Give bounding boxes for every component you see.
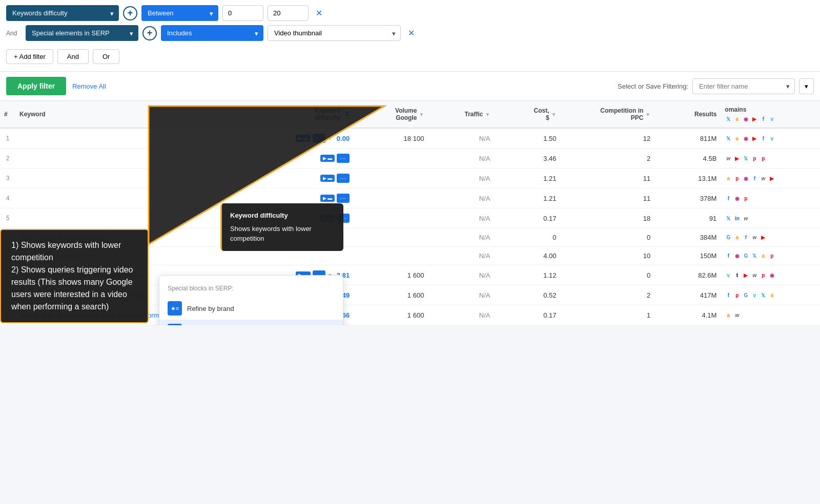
or-button[interactable]: Or	[93, 49, 119, 64]
cell-cpc: 11	[561, 169, 655, 188]
cpc-sort-icon[interactable]: ▼	[645, 112, 650, 117]
plus-button-1[interactable]: +	[123, 6, 137, 20]
th-keyword: Keyword	[15, 101, 254, 128]
cell-cpc: 11	[561, 188, 655, 208]
social-icon-v: v	[751, 291, 758, 299]
social-icon-w: w	[725, 155, 732, 162]
apply-filter-button[interactable]: Apply filter	[6, 77, 66, 95]
social-icon-fb: f	[742, 234, 749, 241]
cell-cpc: 12	[561, 128, 655, 149]
cell-keyword	[15, 188, 254, 208]
cell-results: 378M	[654, 188, 721, 208]
cell-keyword	[15, 208, 254, 228]
table-row: 8 how to write an equation in standard f…	[0, 265, 820, 285]
table-header: # Keyword Keyworddifficulty ⇅	[0, 101, 820, 128]
cell-kd	[254, 247, 354, 265]
cell-social: 𝕏a◉▶fv	[721, 128, 820, 149]
badge-group: ▶ ▬ ···	[296, 134, 325, 143]
keyword-link[interactable]: how to write an abstract apa	[19, 234, 103, 241]
social-icon-w: w	[751, 234, 758, 241]
and-button[interactable]: And	[57, 49, 89, 64]
social-icon-am: a	[725, 175, 732, 182]
remove-all-button[interactable]: Remove All	[72, 82, 106, 90]
filter-select-1[interactable]: Keywords difficulty	[6, 5, 119, 21]
cell-social: aw	[721, 305, 820, 325]
keyword-link[interactable]: how to write an equation in standard for…	[19, 271, 141, 279]
cell-kd	[254, 228, 354, 247]
cell-traffic: N/A	[428, 265, 494, 285]
keyword-link[interactable]: how to write coding	[19, 252, 76, 260]
kd-sort-icon[interactable]: ⇅	[344, 111, 350, 118]
social-icon-w: w	[760, 175, 767, 182]
cell-num: 7	[0, 247, 15, 265]
cell-results: 4.1M	[654, 305, 721, 325]
dots-badge[interactable]: ···	[337, 194, 350, 203]
operator-select-2[interactable]: Includes	[161, 25, 263, 41]
keyword-link[interactable]: how to write an equation in slope interc…	[19, 311, 159, 319]
cell-traffic: N/A	[428, 228, 494, 247]
badge-group: ▶ ▬ ···	[296, 310, 325, 320]
dots-badge[interactable]: ···	[313, 290, 325, 300]
and-label: And	[6, 30, 22, 37]
cell-volume	[354, 188, 428, 208]
table-row: 4 ▶ ▬ ··· N/A 1.21 11 378M f◉p	[0, 188, 820, 208]
th-num: #	[0, 101, 15, 128]
dots-badge[interactable]: ···	[313, 134, 325, 143]
th-results: Results	[654, 101, 721, 128]
save-filter-input[interactable]	[692, 78, 795, 94]
close-filter-1-button[interactable]: ✕	[313, 7, 325, 19]
kd-value: 7.49	[337, 291, 350, 299]
social-icon-ig: ◉	[768, 271, 775, 279]
filter-select-2[interactable]: Special elements in SERP	[26, 25, 138, 41]
dots-badge[interactable]: ···	[337, 214, 350, 223]
keyword-link[interactable]: how to write a cover letter for an inter…	[19, 291, 145, 299]
cell-num: 2	[0, 149, 15, 169]
volume-sort-icon[interactable]: ▼	[419, 112, 424, 117]
social-icon-w: w	[751, 271, 758, 279]
cell-traffic: N/A	[428, 285, 494, 305]
social-icons: f◉G𝕏ap	[725, 253, 816, 260]
social-icon-am: a	[760, 253, 767, 260]
social-icons: fpGv𝕏a	[725, 291, 816, 299]
save-filter-input-wrapper	[692, 78, 795, 94]
social-icon-fb: f	[751, 175, 758, 182]
social-icon-fb: f	[725, 195, 732, 202]
range-from-input[interactable]	[222, 5, 263, 21]
filter-row-2: And Special elements in SERP + Includes …	[6, 25, 814, 41]
cell-traffic: N/A	[428, 305, 494, 325]
cell-traffic: N/A	[428, 169, 494, 188]
traffic-sort-icon[interactable]: ▼	[485, 112, 490, 117]
keywords-table: # Keyword Keyworddifficulty ⇅	[0, 101, 820, 325]
cell-social: 𝕏inw	[721, 208, 820, 228]
cell-cost: 1.50	[494, 128, 560, 149]
cell-keyword: how to write an equation in slope interc…	[15, 305, 254, 325]
value-select[interactable]: Video thumbnail	[268, 25, 401, 41]
social-icons: 𝕏inw	[725, 215, 816, 222]
filter-bar: Keywords difficulty + Between ✕ And Spec…	[0, 0, 820, 72]
badge-group: ▶ ▬ ···	[320, 174, 350, 183]
dots-badge[interactable]: ···	[313, 270, 325, 280]
cell-social: Gafw▶	[721, 228, 820, 247]
cell-cpc: 18	[561, 208, 655, 228]
operator-select-1-wrapper: Between	[141, 5, 218, 21]
th-cost: Cost,$ ▼	[494, 101, 560, 128]
cell-cost: 0.17	[494, 305, 560, 325]
dots-badge[interactable]: ···	[337, 154, 350, 163]
cell-volume: 1 600	[354, 305, 428, 325]
save-filter-dropdown-button[interactable]: ▾	[799, 78, 814, 94]
table-row: 1 ▶ ▬ ··· ▼ 0.00 18 100 N/A 1.50 12 811M…	[0, 128, 820, 149]
value-select-wrapper: Video thumbnail	[268, 25, 401, 41]
cell-volume	[354, 169, 428, 188]
plus-button-2[interactable]: +	[142, 26, 157, 40]
cost-sort-icon[interactable]: ▼	[551, 112, 557, 117]
social-icons: f◉p	[725, 195, 816, 202]
cell-cost: 4.00	[494, 247, 560, 265]
dots-badge[interactable]: ···	[313, 310, 325, 320]
dots-badge[interactable]: ···	[337, 174, 350, 183]
cell-kd: ▶ ▬ ··· ▼ 0.00	[254, 128, 354, 149]
add-filter-button[interactable]: + Add filter	[6, 49, 53, 64]
operator-select-1[interactable]: Between	[141, 5, 218, 21]
close-filter-2-button[interactable]: ✕	[405, 27, 418, 39]
range-to-input[interactable]	[268, 5, 309, 21]
table-row: 7 how to write coding N/A 4.00 10 150M f…	[0, 247, 820, 265]
